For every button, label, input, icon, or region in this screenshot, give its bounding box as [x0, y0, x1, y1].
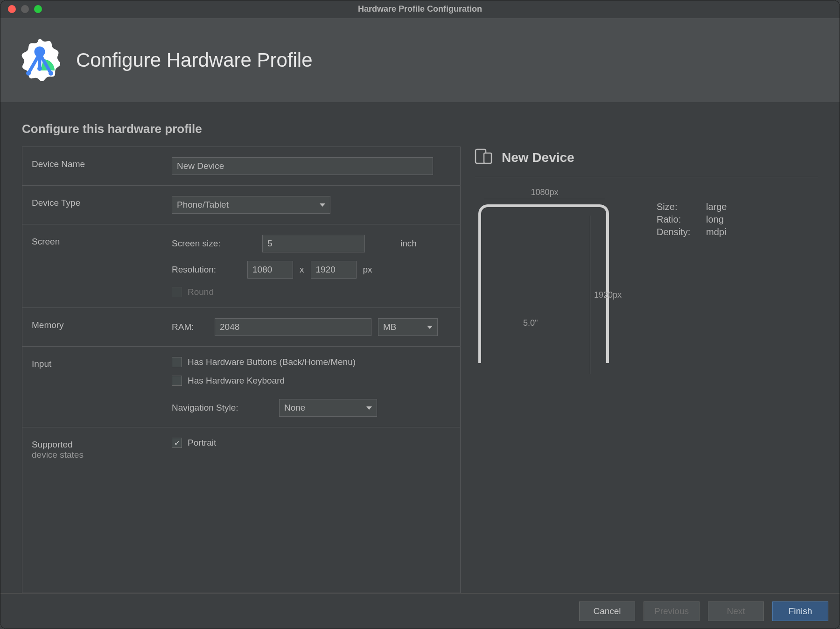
svg-point-6: [49, 71, 53, 76]
device-diagram: 1080px 5.0" 1920px: [475, 202, 624, 379]
section-subtitle: Configure this hardware profile: [22, 122, 818, 136]
spec-size-key: Size:: [657, 202, 700, 212]
checkbox-icon: [172, 357, 182, 367]
chevron-down-icon: [320, 203, 325, 207]
portrait-checkbox[interactable]: ✓ Portrait: [172, 438, 451, 448]
nav-style-label: Navigation Style:: [172, 403, 273, 413]
spec-density-value: mdpi: [706, 227, 726, 238]
resolution-width-input[interactable]: [247, 261, 293, 279]
row-device-name: Device Name: [22, 147, 460, 186]
checkbox-checked-icon: ✓: [172, 438, 182, 448]
columns: Device Name Device Type Phone/Tablet: [22, 147, 818, 593]
dimension-height: 1920px: [584, 216, 630, 374]
screen-size-label: Screen size:: [172, 238, 256, 249]
device-type-value: Phone/Tablet: [177, 200, 229, 210]
round-checkbox: Round: [172, 287, 214, 297]
resolution-sep: x: [300, 265, 304, 275]
banner-title: Configure Hardware Profile: [76, 49, 313, 71]
row-screen: Screen Screen size: inch Resolution: x: [22, 224, 460, 308]
portrait-label: Portrait: [188, 438, 216, 448]
content-area: Configure this hardware profile Device N…: [0, 102, 840, 593]
memory-label: Memory: [32, 318, 172, 336]
android-studio-icon: [16, 37, 63, 84]
row-memory: Memory RAM: MB: [22, 308, 460, 347]
nav-style-value: None: [284, 403, 305, 413]
banner: Configure Hardware Profile: [0, 18, 840, 102]
svg-rect-8: [484, 153, 491, 163]
spec-density-key: Density:: [657, 227, 700, 238]
hw-keyboard-label: Has Hardware Keyboard: [188, 376, 285, 386]
form-panel: Device Name Device Type Phone/Tablet: [22, 147, 461, 593]
resolution-label: Resolution:: [172, 265, 241, 275]
supported-states-label: Supported device states: [32, 438, 172, 460]
chevron-down-icon: [366, 406, 372, 410]
previous-button[interactable]: Previous: [644, 601, 700, 621]
ram-label: RAM:: [172, 322, 208, 332]
spec-ratio-key: Ratio:: [657, 214, 700, 225]
spec-ratio-value: long: [706, 214, 724, 225]
finish-button[interactable]: Finish: [772, 601, 828, 621]
svg-point-4: [37, 66, 42, 71]
preview-title: New Device: [502, 150, 574, 165]
footer: Cancel Previous Next Finish: [0, 593, 840, 629]
ram-unit-select[interactable]: MB: [378, 318, 438, 336]
hw-buttons-checkbox[interactable]: Has Hardware Buttons (Back/Home/Menu): [172, 357, 451, 367]
svg-point-5: [26, 71, 31, 76]
resolution-unit: px: [363, 265, 372, 275]
checkbox-icon: [172, 287, 182, 297]
window-title: Hardware Profile Configuration: [0, 4, 840, 14]
checkbox-icon: [172, 376, 182, 386]
device-name-label: Device Name: [32, 157, 172, 175]
device-name-input[interactable]: [172, 157, 433, 175]
resolution-height-input[interactable]: [311, 261, 357, 279]
chevron-down-icon: [427, 326, 433, 329]
nav-style-select[interactable]: None: [279, 399, 377, 417]
hw-keyboard-checkbox[interactable]: Has Hardware Keyboard: [172, 376, 451, 386]
hw-buttons-label: Has Hardware Buttons (Back/Home/Menu): [188, 357, 356, 367]
next-button[interactable]: Next: [708, 601, 764, 621]
preview-panel: New Device 1080px 5.0" 1920px: [475, 147, 818, 593]
diagonal-label: 5.0": [523, 318, 538, 328]
device-type-label: Device Type: [32, 196, 172, 214]
dimension-width: 1080px: [484, 188, 605, 199]
row-device-type: Device Type Phone/Tablet: [22, 186, 460, 224]
preview-header: New Device: [475, 148, 818, 177]
round-label: Round: [188, 287, 214, 297]
dialog-window: Hardware Profile Configuration Configure…: [0, 0, 840, 629]
ram-unit-value: MB: [383, 322, 397, 332]
row-input: Input Has Hardware Buttons (Back/Home/Me…: [22, 347, 460, 427]
screen-size-input[interactable]: [262, 235, 365, 252]
cancel-button[interactable]: Cancel: [579, 601, 635, 621]
spec-size-value: large: [706, 202, 727, 212]
row-supported-states: Supported device states ✓ Portrait: [22, 427, 460, 470]
devices-icon: [475, 148, 493, 167]
titlebar: Hardware Profile Configuration: [0, 0, 840, 18]
screen-size-unit: inch: [400, 238, 417, 249]
ram-input[interactable]: [215, 318, 371, 336]
spec-table: Size: large Ratio: long Density: mdpi: [657, 202, 727, 379]
preview-body: 1080px 5.0" 1920px Size:: [475, 202, 818, 379]
input-label: Input: [32, 357, 172, 417]
screen-label: Screen: [32, 235, 172, 297]
device-type-select[interactable]: Phone/Tablet: [172, 196, 330, 214]
